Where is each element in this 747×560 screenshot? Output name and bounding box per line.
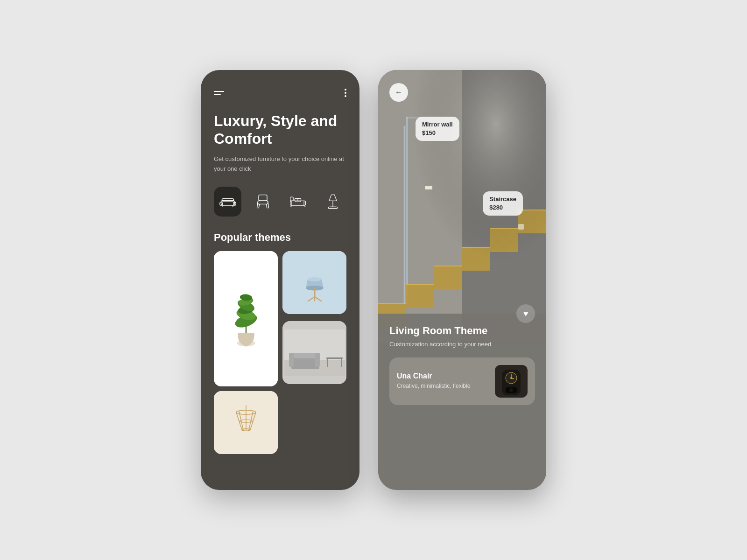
svg-rect-6	[259, 195, 267, 201]
svg-marker-20	[329, 195, 336, 201]
theme-card-wood-lamp[interactable]	[214, 391, 278, 454]
svg-rect-70	[425, 186, 432, 189]
svg-rect-71	[518, 224, 524, 230]
category-bed[interactable]	[284, 187, 311, 217]
category-bar	[214, 187, 346, 217]
featured-product-card[interactable]: Una Chair Creative, minimalistic, flexib…	[389, 357, 535, 405]
back-button[interactable]: ←	[389, 83, 408, 102]
mirror-wall-label: Mirror wall	[422, 120, 453, 129]
bottom-panel: ♥ Living Room Theme Customization accord…	[378, 314, 546, 490]
svg-line-35	[308, 297, 315, 301]
product-title: Living Room Theme	[389, 325, 535, 337]
heart-button[interactable]: ♥	[516, 304, 535, 323]
svg-rect-42	[289, 353, 294, 367]
theme-card-plant[interactable]	[214, 251, 278, 386]
staircase-label: Staircase	[489, 195, 516, 203]
svg-rect-17	[290, 197, 293, 201]
mirror-wall-price: $150	[422, 129, 453, 137]
right-phone: ← Mirror wall $150 Staircase $280 ♥ Livi…	[378, 70, 546, 490]
hero-title: Luxury, Style and Comfort	[214, 112, 346, 148]
svg-rect-23	[328, 207, 338, 209]
product-card-desc: Creative, minimalistic, flexible	[397, 382, 470, 390]
svg-line-8	[259, 204, 260, 209]
menu-icon[interactable]	[214, 91, 224, 95]
mirror-wall-tag[interactable]: Mirror wall $150	[416, 117, 459, 141]
svg-rect-44	[326, 357, 343, 359]
category-chair[interactable]	[249, 187, 276, 217]
category-lamp[interactable]	[319, 187, 346, 217]
svg-rect-7	[258, 201, 268, 204]
svg-line-36	[315, 297, 322, 301]
theme-card-blue-lamp[interactable]	[282, 251, 346, 314]
svg-line-9	[266, 204, 267, 209]
svg-line-10	[257, 202, 258, 208]
product-image	[495, 365, 528, 398]
themes-grid	[214, 251, 346, 454]
product-card-name: Una Chair	[397, 372, 470, 380]
section-title: Popular themes	[214, 231, 346, 244]
svg-line-11	[268, 202, 268, 208]
category-sofa[interactable]	[214, 187, 241, 217]
hero-subtitle: Get customized furniture fo your choice …	[214, 154, 346, 174]
left-phone: Luxury, Style and Comfort Get customized…	[201, 70, 359, 490]
phone-header	[214, 89, 346, 97]
svg-rect-5	[222, 199, 233, 201]
theme-card-room[interactable]	[282, 321, 346, 384]
product-card-info: Una Chair Creative, minimalistic, flexib…	[397, 372, 470, 390]
staircase-tag[interactable]: Staircase $280	[483, 191, 523, 216]
more-options-icon[interactable]	[345, 89, 346, 97]
svg-point-32	[308, 277, 322, 281]
svg-rect-43	[315, 353, 320, 367]
staircase-price: $280	[489, 203, 516, 212]
product-subtitle: Customization according to your need	[389, 340, 535, 349]
svg-point-78	[509, 388, 513, 392]
